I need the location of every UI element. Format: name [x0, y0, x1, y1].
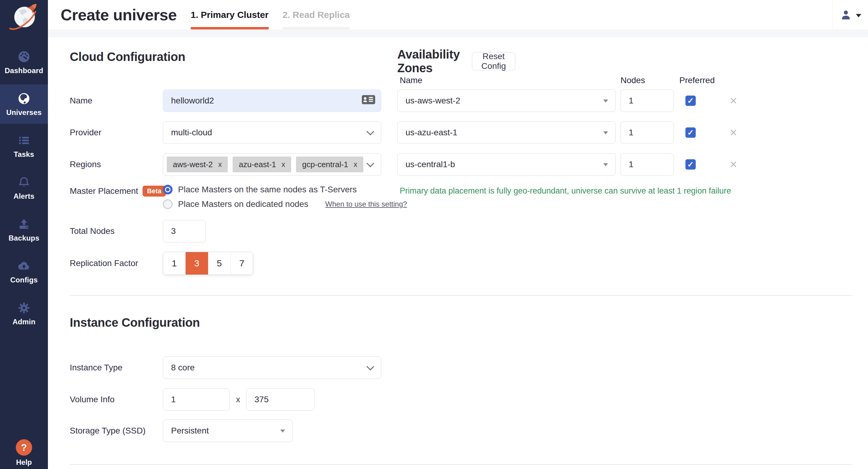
- chevron-down-icon: [366, 160, 374, 167]
- cloud-configuration-heading: Cloud Configuration: [70, 50, 185, 64]
- universe-name-input[interactable]: helloworld2: [163, 90, 381, 112]
- sidebar-nav: Dashboard Universes: [0, 42, 48, 336]
- replication-factor-row: Replication Factor 1 3 5 7: [70, 252, 253, 275]
- sidebar-item-dashboard[interactable]: Dashboard: [0, 42, 48, 82]
- instance-type-select[interactable]: 8 core: [163, 356, 381, 379]
- user-menu[interactable]: [833, 0, 868, 29]
- az-name-value: us-azu-east-1: [405, 128, 457, 137]
- az-row: us-azu-east-1 1 ✓ ×: [397, 121, 749, 144]
- radio-option-same-nodes[interactable]: Place Masters on the same nodes as T-Ser…: [163, 185, 407, 194]
- instance-type-value: 8 core: [171, 363, 195, 373]
- region-tag-label: azu-east-1: [239, 160, 276, 169]
- globe-icon: [17, 91, 31, 106]
- az-name-select[interactable]: us-central1-b: [397, 153, 616, 176]
- sidebar-item-alerts[interactable]: Alerts: [0, 168, 48, 208]
- sidebar: Dashboard Universes: [0, 0, 48, 469]
- preferred-checkbox-checked[interactable]: ✓: [685, 159, 696, 169]
- rf-option-5[interactable]: 5: [208, 252, 231, 275]
- sidebar-item-configs[interactable]: Configs: [0, 252, 48, 291]
- volume-info-label: Volume Info: [70, 395, 163, 404]
- remove-tag-icon[interactable]: x: [281, 160, 285, 169]
- az-nodes-value: 1: [629, 160, 633, 169]
- az-name-value: us-aws-west-2: [405, 96, 460, 105]
- total-nodes-value: 3: [171, 226, 176, 236]
- tab-active-underline: [191, 27, 269, 29]
- az-row: us-aws-west-2 1 ✓ ×: [397, 90, 749, 112]
- check-icon: ✓: [687, 128, 694, 137]
- yugabyte-logo-icon[interactable]: [6, 0, 42, 33]
- remove-zone-icon[interactable]: ×: [730, 126, 737, 139]
- region-tag: gcp-central-1 x: [296, 157, 363, 172]
- provider-row: Provider multi-cloud: [70, 121, 381, 144]
- remove-zone-icon[interactable]: ×: [730, 158, 737, 171]
- chevron-down-icon: [366, 128, 374, 135]
- rf-option-7[interactable]: 7: [231, 252, 253, 275]
- az-name-value: us-central1-b: [405, 160, 455, 169]
- sidebar-item-universes[interactable]: Universes: [0, 84, 48, 124]
- replication-factor-group: 1 3 5 7: [163, 252, 253, 275]
- sidebar-item-label: Universes: [6, 108, 42, 117]
- storage-type-value: Persistent: [171, 426, 209, 436]
- sidebar-item-help[interactable]: ? Help: [0, 439, 48, 467]
- tab-label: 1. Primary Cluster: [191, 10, 269, 20]
- universe-name-value: helloworld2: [171, 96, 214, 105]
- remove-tag-icon[interactable]: x: [353, 160, 357, 169]
- when-to-use-link[interactable]: When to use this setting?: [326, 200, 407, 209]
- storage-type-select[interactable]: Persistent: [163, 419, 293, 442]
- total-nodes-label: Total Nodes: [70, 226, 163, 236]
- storage-type-label: Storage Type (SSD): [70, 426, 163, 436]
- preferred-checkbox-checked[interactable]: ✓: [685, 127, 696, 138]
- tab-primary-cluster[interactable]: 1. Primary Cluster: [191, 0, 269, 29]
- tab-read-replica[interactable]: 2. Read Replica: [283, 0, 350, 29]
- cloud-upload-icon: [17, 259, 31, 273]
- regions-multiselect[interactable]: aws-west-2 x azu-east-1 x gcp-central-1 …: [163, 153, 381, 176]
- replication-factor-label: Replication Factor: [70, 258, 163, 268]
- az-nodes-input[interactable]: 1: [621, 121, 674, 144]
- placement-status-message: Primary data placement is fully geo-redu…: [400, 186, 731, 196]
- az-nodes-value: 1: [629, 128, 633, 137]
- caret-down-icon: [603, 131, 608, 134]
- az-column-name: Name: [400, 75, 423, 85]
- region-tag: azu-east-1 x: [232, 157, 291, 172]
- sidebar-item-admin[interactable]: Admin: [0, 294, 48, 333]
- rf-option-3[interactable]: 3: [186, 252, 208, 275]
- sidebar-item-label: Dashboard: [5, 66, 43, 75]
- section-divider: [70, 295, 852, 296]
- radio-option-dedicated-nodes[interactable]: Place Masters on dedicated nodes When to…: [163, 199, 407, 209]
- sidebar-item-tasks[interactable]: Tasks: [0, 126, 48, 166]
- preferred-checkbox-checked[interactable]: ✓: [685, 96, 696, 106]
- sidebar-item-backups[interactable]: Backups: [0, 210, 48, 249]
- remove-zone-icon[interactable]: ×: [730, 94, 737, 107]
- reset-config-button[interactable]: Reset Config: [472, 52, 515, 70]
- az-name-select[interactable]: us-azu-east-1: [397, 121, 616, 144]
- volume-count-input[interactable]: 1: [163, 388, 230, 411]
- total-nodes-input[interactable]: 3: [163, 220, 206, 242]
- header: Create universe 1. Primary Cluster 2. Re…: [48, 0, 868, 29]
- provider-select[interactable]: multi-cloud: [163, 121, 381, 144]
- total-nodes-row: Total Nodes 3: [70, 220, 206, 242]
- caret-down-icon: [280, 430, 285, 433]
- header-shadow-band: [48, 29, 868, 37]
- provider-value: multi-cloud: [171, 128, 212, 137]
- sidebar-item-label: Configs: [10, 276, 38, 284]
- availability-zones-heading: Availability Zones: [397, 48, 460, 75]
- az-nodes-value: 1: [629, 96, 633, 105]
- radio-unselected-icon[interactable]: [163, 199, 173, 209]
- az-column-preferred: Preferred: [679, 75, 715, 85]
- user-icon: [839, 8, 852, 21]
- volume-multiplier-separator: x: [236, 395, 240, 404]
- caret-down-icon: [603, 163, 608, 166]
- master-placement-options: Place Masters on the same nodes as T-Ser…: [163, 185, 407, 209]
- radio-selected-icon[interactable]: [163, 185, 173, 194]
- volume-size-input[interactable]: 375: [246, 388, 314, 411]
- az-nodes-input[interactable]: 1: [621, 90, 674, 112]
- radio-option-label: Place Masters on dedicated nodes: [178, 199, 308, 209]
- help-label: Help: [16, 458, 32, 467]
- bell-icon: [17, 175, 31, 190]
- remove-tag-icon[interactable]: x: [218, 160, 222, 169]
- main-content: Cloud Configuration Name helloworld2: [48, 29, 868, 469]
- az-nodes-input[interactable]: 1: [621, 153, 674, 176]
- rf-option-1[interactable]: 1: [163, 252, 186, 275]
- az-name-select[interactable]: us-aws-west-2: [397, 90, 616, 112]
- region-tag-label: aws-west-2: [173, 160, 213, 169]
